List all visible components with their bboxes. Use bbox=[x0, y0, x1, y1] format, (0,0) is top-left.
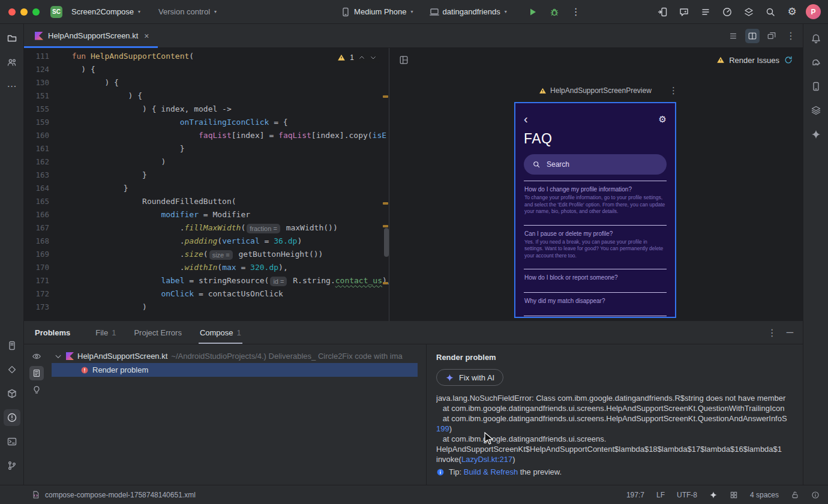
line-number[interactable]: 172 bbox=[29, 287, 49, 301]
ai-chat-button[interactable] bbox=[676, 4, 692, 20]
code-line[interactable]: 172 onClick = contactUsOnClick bbox=[24, 287, 389, 301]
editor-tab-helpandsupportscreen[interactable]: HelpAndSupportScreen.kt × bbox=[24, 24, 158, 48]
window-minimize-button[interactable] bbox=[20, 8, 28, 16]
gradle-tool-button[interactable] bbox=[808, 54, 824, 71]
line-number[interactable]: 167 bbox=[29, 221, 49, 235]
editor-scrollbar[interactable] bbox=[384, 228, 389, 257]
run-button[interactable] bbox=[525, 4, 541, 20]
line-number[interactable]: 164 bbox=[29, 182, 49, 195]
code-line[interactable]: 168 .padding(vertical = 36.dp) bbox=[24, 235, 389, 248]
more-tools-button[interactable]: ⋯ bbox=[4, 78, 20, 95]
fix-with-ai-button[interactable]: Fix with AI bbox=[436, 369, 503, 386]
chevron-down-icon[interactable] bbox=[54, 352, 62, 361]
code-line[interactable]: 169 .size(size = getButtonHeight()) bbox=[24, 248, 389, 261]
grid-icon[interactable] bbox=[730, 491, 738, 499]
device-explorer-tool-button[interactable] bbox=[4, 337, 20, 354]
file-encoding[interactable]: UTF-8 bbox=[677, 491, 697, 499]
code-line[interactable]: 171 label = stringResource(id = R.string… bbox=[24, 274, 389, 287]
preview-layout-icon[interactable] bbox=[399, 55, 409, 65]
preview-more-button[interactable]: ⋮ bbox=[669, 85, 678, 96]
open-in-editor-button[interactable] bbox=[29, 366, 44, 380]
panel-tab-compose[interactable]: Compose1 bbox=[200, 321, 241, 344]
indent-setting[interactable]: 4 spaces bbox=[750, 491, 779, 499]
unlock-icon[interactable] bbox=[791, 491, 799, 499]
quick-fix-button[interactable] bbox=[29, 383, 44, 397]
line-number[interactable]: 165 bbox=[29, 195, 49, 208]
search-everywhere-button[interactable] bbox=[763, 4, 778, 20]
line-number[interactable]: 166 bbox=[29, 208, 49, 221]
line-number[interactable]: 170 bbox=[29, 261, 49, 274]
code-line[interactable]: 166 modifier = Modifier bbox=[24, 208, 389, 221]
line-separator[interactable]: LF bbox=[656, 491, 665, 499]
sync-button[interactable] bbox=[741, 4, 757, 20]
user-avatar[interactable]: P bbox=[806, 4, 821, 19]
version-control-tool-button[interactable] bbox=[4, 457, 20, 474]
build-tool-button[interactable] bbox=[4, 385, 20, 402]
line-number[interactable]: 173 bbox=[29, 301, 49, 314]
code-line[interactable]: 165 RoundedFilledButton( bbox=[24, 195, 389, 208]
refresh-icon[interactable] bbox=[784, 55, 793, 65]
editor-more-button[interactable]: ⋮ bbox=[784, 29, 798, 43]
vcs-menu[interactable]: Version control ▾ bbox=[154, 5, 221, 19]
phone-preview-frame[interactable]: ‹ ⚙ FAQ Search How do I change my profil… bbox=[514, 102, 676, 318]
stack-link[interactable]: LazyDsl.kt:217 bbox=[461, 455, 512, 464]
code-line[interactable]: 173 ) bbox=[24, 301, 389, 314]
window-close-button[interactable] bbox=[8, 8, 16, 16]
code-line[interactable]: 161 } bbox=[24, 142, 389, 155]
panel-tab-file[interactable]: File1 bbox=[95, 321, 116, 344]
build-refresh-link[interactable]: Build & Refresh bbox=[464, 467, 518, 476]
settings-button[interactable]: ⚙ bbox=[784, 4, 800, 20]
preview-name-label[interactable]: HelpAndSupportScreenPreview bbox=[514, 86, 676, 95]
line-number[interactable]: 162 bbox=[29, 155, 49, 169]
terminal-tool-button[interactable] bbox=[4, 433, 20, 450]
panel-minimize-button[interactable]: ─ bbox=[787, 327, 793, 338]
detach-editor-button[interactable] bbox=[764, 29, 779, 43]
line-number[interactable]: 159 bbox=[29, 116, 49, 129]
pull-requests-tool-button[interactable] bbox=[4, 54, 20, 71]
inspection-widget[interactable]: 1 bbox=[334, 52, 380, 63]
code-line[interactable]: 164 } bbox=[24, 182, 389, 195]
device-mirror-button[interactable] bbox=[655, 4, 670, 20]
code-line[interactable]: 160 faqList[index] = faqList[index].copy… bbox=[24, 129, 389, 142]
caret-position[interactable]: 197:7 bbox=[626, 491, 644, 499]
panel-tab-project-errors[interactable]: Project Errors bbox=[134, 321, 181, 344]
code-line[interactable]: 155 ) { index, model -> bbox=[24, 103, 389, 116]
layout-inspector-tool-button[interactable] bbox=[808, 102, 824, 119]
line-number[interactable]: 160 bbox=[29, 129, 49, 142]
line-number[interactable]: 155 bbox=[29, 103, 49, 116]
problems-tool-button[interactable] bbox=[4, 409, 20, 426]
line-number[interactable]: 161 bbox=[29, 142, 49, 155]
line-number[interactable]: 111 bbox=[29, 50, 49, 63]
editor-list-button[interactable] bbox=[726, 29, 740, 43]
error-stripe-mark[interactable] bbox=[383, 202, 388, 205]
device-selector[interactable]: Medium Phone ▾ bbox=[335, 4, 418, 20]
info-circle-icon[interactable] bbox=[811, 491, 820, 499]
code-line[interactable]: 167 .fillMaxWidth(fraction = maxWidth()) bbox=[24, 221, 389, 235]
project-tool-button[interactable] bbox=[4, 30, 20, 47]
line-number[interactable]: 168 bbox=[29, 235, 49, 248]
preview-problems-button[interactable] bbox=[29, 349, 44, 364]
device-manager-tool-button[interactable] bbox=[808, 78, 824, 95]
code-editor[interactable]: 111 fun HelpAndSupportContent(124 ) {130… bbox=[24, 48, 389, 321]
line-number[interactable]: 171 bbox=[29, 274, 49, 287]
code-line[interactable]: 130 ) { bbox=[24, 76, 389, 89]
chevron-down-icon[interactable] bbox=[370, 54, 377, 61]
tree-file-row[interactable]: HelpAndSupportScreen.kt ~/AndroidStudioP… bbox=[52, 349, 418, 363]
line-number[interactable]: 130 bbox=[29, 76, 49, 89]
split-preview-button[interactable] bbox=[745, 29, 760, 43]
run-config-selector[interactable]: datingandfriends ▾ bbox=[424, 4, 512, 20]
status-file-name[interactable]: compose-compose-model-1758748140651.xml bbox=[45, 491, 196, 499]
app-insights-tool-button[interactable] bbox=[4, 361, 20, 378]
window-zoom-button[interactable] bbox=[32, 8, 40, 16]
line-number[interactable]: 163 bbox=[29, 169, 49, 182]
run-more-button[interactable]: ⋮ bbox=[568, 4, 584, 20]
notifications-tool-button[interactable] bbox=[808, 30, 824, 47]
ai-status-icon[interactable] bbox=[709, 491, 718, 499]
debug-button[interactable] bbox=[547, 4, 562, 20]
line-number[interactable]: 124 bbox=[29, 63, 49, 76]
render-issues-widget[interactable]: Render Issues bbox=[716, 55, 793, 65]
line-number[interactable]: 151 bbox=[29, 89, 49, 103]
code-line[interactable]: 162 ) bbox=[24, 155, 389, 169]
code-line[interactable]: 159 onTrailingIconClick = { bbox=[24, 116, 389, 129]
code-line[interactable]: 124 ) { bbox=[24, 63, 389, 76]
